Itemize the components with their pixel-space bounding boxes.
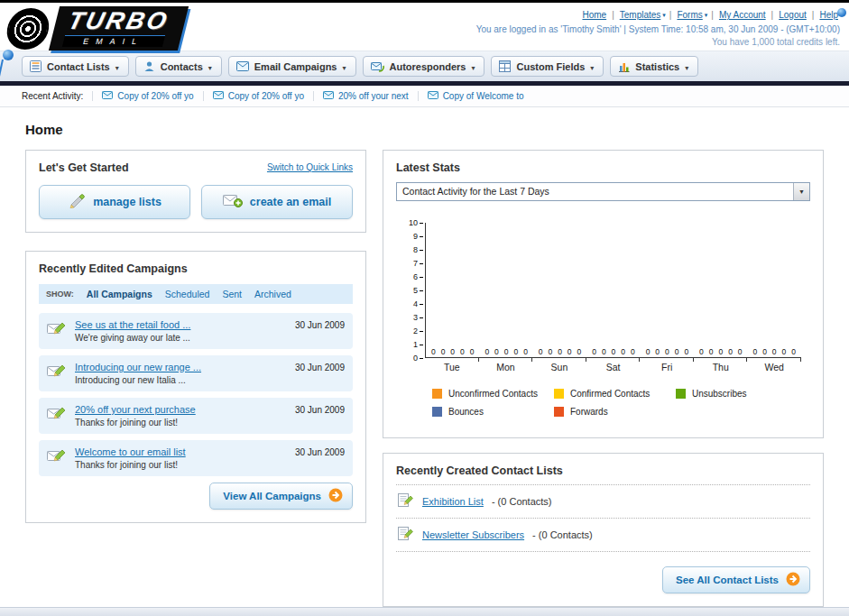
- arrow-circle-icon: [328, 488, 343, 504]
- autoresponders-icon: [371, 61, 384, 72]
- campaign-title-link[interactable]: Welcome to our email list: [75, 446, 186, 457]
- legend-label: Bounces: [448, 407, 484, 417]
- logo-turbine-icon: [5, 8, 51, 50]
- link-logout[interactable]: Logout: [777, 10, 808, 20]
- campaign-subtitle: Introducing our new Italia ...: [75, 375, 201, 385]
- bar-value-label: 0: [592, 347, 596, 356]
- campaign-title-link[interactable]: See us at the retail food ...: [75, 319, 190, 330]
- tab-contact-lists[interactable]: Contact Lists: [22, 56, 129, 77]
- chevron-down-icon: [471, 61, 475, 72]
- recent-activity-link[interactable]: Copy of 20% off yo: [228, 91, 304, 101]
- campaign-item[interactable]: Introducing our new range ... Introducin…: [39, 355, 353, 391]
- filter-archived[interactable]: Archived: [254, 289, 291, 299]
- tab-label: Contacts: [161, 61, 203, 72]
- legend-label: Unconfirmed Contacts: [448, 389, 538, 399]
- bar-value-label: 0: [728, 347, 733, 356]
- manage-lists-button[interactable]: manage lists: [39, 185, 190, 219]
- main-content: Home Let's Get Started Switch to Quick L…: [0, 107, 849, 607]
- page-title: Home: [25, 122, 824, 137]
- campaign-title-link[interactable]: 20% off your next purchase: [75, 404, 196, 415]
- session-info: You are logged in as 'Timothy Smith' | S…: [476, 24, 840, 34]
- view-all-campaigns-button[interactable]: View All Campaigns: [209, 483, 353, 510]
- email-campaigns-icon: [236, 61, 249, 71]
- contact-lists-icon: [30, 60, 42, 72]
- see-all-contact-lists-button[interactable]: See All Contact Lists: [662, 566, 810, 593]
- y-axis-tick-label: 7: [413, 259, 423, 268]
- bar-value-label: 0: [548, 347, 552, 356]
- stats-period-value: Contact Activity for the Last 7 Days: [402, 186, 549, 197]
- pencil-icon: [68, 192, 86, 211]
- envelope-icon: [102, 91, 113, 101]
- tab-custom-fields[interactable]: Custom Fields: [491, 56, 604, 77]
- content-columns: Let's Get Started Switch to Quick Links …: [25, 150, 824, 607]
- get-started-buttons: manage lists create an email: [39, 185, 353, 219]
- recent-activity-item[interactable]: Copy of 20% off yo: [92, 91, 202, 101]
- latest-stats-panel: Latest Stats Contact Activity for the La…: [383, 150, 824, 438]
- campaign-subtitle: Thanks for joining our list!: [75, 460, 186, 470]
- recent-activity-item[interactable]: Copy of 20% off yo: [203, 91, 313, 101]
- legend-swatch: [432, 389, 442, 399]
- contact-list-link[interactable]: Exhibition List: [422, 496, 484, 507]
- recent-campaigns-panel: Recently Edited Campaigns SHOW: All Camp…: [25, 251, 366, 523]
- left-column: Let's Get Started Switch to Quick Links …: [25, 150, 366, 523]
- tab-contacts[interactable]: Contacts: [135, 56, 222, 77]
- recent-activity-link[interactable]: 20% off your next: [338, 91, 409, 101]
- recent-activity-item[interactable]: Copy of Welcome to: [418, 91, 533, 101]
- envelope-pencil-icon: [47, 446, 67, 466]
- filter-all-campaigns[interactable]: All Campaigns: [87, 289, 152, 299]
- show-label: SHOW:: [46, 290, 74, 299]
- campaign-item[interactable]: Welcome to our email list Thanks for joi…: [39, 440, 353, 476]
- bar-value-label: 0: [675, 347, 679, 356]
- header-right: Home| Templates▾| Forms▾| My Account| Lo…: [476, 6, 840, 51]
- contact-list-items: Exhibition List - (0 Contacts) Newslette…: [396, 484, 810, 552]
- bar-value-label: 0: [762, 347, 767, 356]
- tab-label: Custom Fields: [516, 61, 585, 72]
- y-axis-tick-label: 4: [413, 299, 423, 308]
- see-all-contact-lists-label: See All Contact Lists: [676, 575, 779, 585]
- app-logo[interactable]: TURBO EMAIL: [7, 6, 183, 51]
- campaign-item[interactable]: 20% off your next purchase Thanks for jo…: [39, 398, 353, 434]
- bar-value-label: 0: [504, 347, 509, 356]
- link-forms[interactable]: Forms: [675, 10, 704, 20]
- tab-label: Email Campaigns: [254, 61, 337, 72]
- filter-sent[interactable]: Sent: [222, 289, 242, 299]
- y-axis-tick-label: 6: [413, 272, 423, 281]
- switch-quick-links-link[interactable]: Switch to Quick Links: [267, 162, 353, 172]
- chevron-down-icon: [685, 61, 688, 72]
- bar-value-label: 0: [460, 347, 465, 356]
- arrow-circle-icon: [786, 572, 800, 588]
- link-my-account[interactable]: My Account: [717, 10, 768, 20]
- tab-autoresponders[interactable]: Autoresponders: [363, 56, 485, 77]
- chart-value-group: 00000: [748, 347, 801, 357]
- recent-activity-link[interactable]: Copy of 20% off yo: [117, 91, 193, 101]
- campaign-item[interactable]: See us at the retail food ... We're givi…: [39, 313, 353, 349]
- bar-value-label: 0: [450, 347, 455, 356]
- contact-list-link[interactable]: Newsletter Subscribers: [422, 529, 524, 540]
- chart-plot-area: 00000000000000000000000000000000000: [425, 223, 801, 358]
- y-axis-tick-label: 8: [413, 245, 423, 254]
- campaign-subtitle: We're giving away our late ...: [75, 333, 190, 343]
- envelope-pencil-icon: [47, 362, 67, 382]
- link-separator: |: [808, 10, 818, 20]
- legend-item: Unsubscribes: [676, 389, 798, 399]
- campaign-date: 30 Jun 2009: [295, 405, 345, 415]
- tab-email-campaigns[interactable]: Email Campaigns: [228, 56, 356, 77]
- contact-list-count: - (0 Contacts): [492, 496, 552, 507]
- contact-list-item[interactable]: Exhibition List - (0 Contacts): [396, 485, 810, 519]
- campaign-title-link[interactable]: Introducing our new range ...: [75, 362, 201, 372]
- filter-scheduled[interactable]: Scheduled: [165, 289, 210, 299]
- tab-label: Statistics: [635, 61, 679, 72]
- tab-statistics[interactable]: Statistics: [610, 56, 698, 77]
- link-templates[interactable]: Templates: [618, 10, 663, 20]
- contact-list-item[interactable]: Newsletter Subscribers - (0 Contacts): [396, 519, 810, 552]
- recent-activity-item[interactable]: 20% off your next: [313, 91, 418, 101]
- stats-period-select[interactable]: Contact Activity for the Last 7 Days: [396, 182, 810, 201]
- bar-value-label: 0: [665, 347, 669, 356]
- recent-activity-link[interactable]: Copy of Welcome to: [443, 91, 524, 101]
- chevron-down-icon: [590, 61, 594, 72]
- link-home[interactable]: Home: [580, 10, 608, 20]
- y-axis-tick-label: 2: [413, 326, 423, 336]
- select-dropdown-arrow-icon[interactable]: [793, 183, 809, 200]
- create-email-button[interactable]: create an email: [201, 185, 353, 219]
- campaign-subtitle: Thanks for joining our list!: [75, 418, 196, 428]
